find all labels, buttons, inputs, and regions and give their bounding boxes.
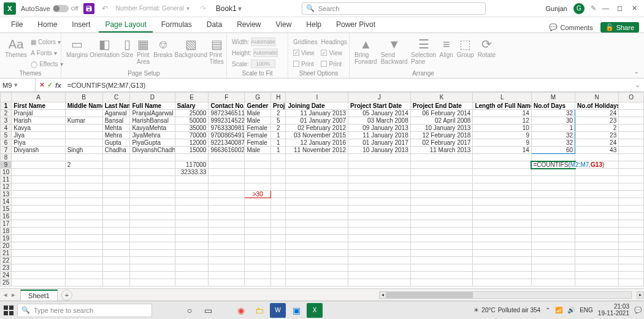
cell[interactable] <box>348 183 411 191</box>
cell[interactable]: PranjalAgarwal <box>130 110 175 117</box>
col-header[interactable]: E <box>175 93 209 102</box>
tab-view[interactable]: View <box>270 18 298 33</box>
cell[interactable] <box>12 257 65 264</box>
cell[interactable] <box>245 279 271 286</box>
cell[interactable]: 9 <box>473 132 532 139</box>
cell[interactable] <box>286 169 348 176</box>
cell[interactable] <box>575 198 619 206</box>
cell[interactable]: Full Name <box>130 102 175 110</box>
cell[interactable]: 23 <box>575 117 619 125</box>
row-header[interactable]: 18 <box>1 228 12 235</box>
cell[interactable] <box>410 176 473 183</box>
col-header[interactable]: I <box>286 93 348 102</box>
cell[interactable]: Chadha <box>102 147 130 154</box>
cell[interactable]: 12000 <box>175 139 209 147</box>
cell[interactable]: Male <box>245 147 271 154</box>
row-header[interactable]: 17 <box>1 220 12 228</box>
cell[interactable] <box>348 257 411 264</box>
cell[interactable] <box>473 154 532 161</box>
cell[interactable] <box>271 206 286 213</box>
print-titles-button[interactable]: ▤Print Titles <box>209 37 224 65</box>
cell[interactable]: Female <box>245 139 271 147</box>
cell[interactable] <box>130 191 175 198</box>
cell[interactable] <box>65 272 102 279</box>
col-header[interactable]: G <box>245 93 271 102</box>
tab-page-layout[interactable]: Page Layout <box>99 18 152 33</box>
cell[interactable] <box>286 176 348 183</box>
cell[interactable]: 02 February 2012 <box>286 125 348 132</box>
cell[interactable] <box>102 183 130 191</box>
cell[interactable] <box>286 183 348 191</box>
workbook-name[interactable]: Book1▾ <box>211 4 247 13</box>
cell[interactable]: 9992314522 <box>209 117 245 125</box>
orientation-button[interactable]: ◧Orientation <box>92 37 118 58</box>
cell[interactable]: 9700865491 <box>209 132 245 139</box>
cell[interactable] <box>286 257 348 264</box>
cancel-formula-button[interactable]: ✕ <box>39 81 45 89</box>
cell[interactable]: Gender <box>245 102 271 110</box>
cell[interactable] <box>130 235 175 242</box>
cell[interactable] <box>245 183 271 191</box>
cell[interactable] <box>531 228 575 235</box>
search-input[interactable]: 🔍 Search <box>302 2 486 15</box>
cell[interactable]: Male <box>245 110 271 117</box>
chevron-down-icon[interactable]: ▾ <box>14 81 18 89</box>
cell[interactable] <box>245 213 271 220</box>
cell[interactable] <box>531 198 575 206</box>
fx-icon[interactable]: fx <box>55 82 61 89</box>
cell[interactable]: >30 <box>245 191 271 198</box>
spreadsheet-grid[interactable]: ABCDEFGHIJKLMNO 1First NameMiddle NameLa… <box>0 92 644 286</box>
cell[interactable] <box>102 235 130 242</box>
autosave-toggle[interactable]: AutoSave Off <box>21 5 79 12</box>
cell[interactable] <box>12 213 65 220</box>
cell[interactable] <box>473 228 532 235</box>
cell[interactable]: 35000 <box>175 125 209 132</box>
enter-formula-button[interactable]: ✓ <box>47 81 53 89</box>
number-format-dropdown[interactable]: Number Format: General▾ <box>113 4 193 13</box>
cell[interactable] <box>175 242 209 250</box>
cell[interactable] <box>102 191 130 198</box>
cell[interactable] <box>12 154 65 161</box>
excel-taskbar-icon[interactable]: X <box>307 303 323 318</box>
scale-width[interactable]: Width:Automatic <box>232 37 275 47</box>
cell[interactable] <box>209 198 245 206</box>
cell[interactable] <box>619 220 644 228</box>
cell[interactable]: 11 November 2012 <box>286 147 348 154</box>
cell[interactable] <box>130 198 175 206</box>
tab-power-pivot[interactable]: Power Pivot <box>330 18 381 33</box>
cell[interactable] <box>575 176 619 183</box>
cell[interactable] <box>12 264 65 272</box>
cell[interactable] <box>271 176 286 183</box>
cell[interactable] <box>348 161 411 169</box>
task-view-icon[interactable]: ▭ <box>200 303 216 318</box>
cell[interactable]: Jiya <box>12 132 65 139</box>
cell[interactable] <box>271 250 286 257</box>
cell[interactable] <box>130 154 175 161</box>
cell[interactable] <box>12 242 65 250</box>
cell[interactable]: Mehra <box>102 132 130 139</box>
cell[interactable] <box>271 191 286 198</box>
cell[interactable] <box>12 220 65 228</box>
cell[interactable] <box>619 272 644 279</box>
cell[interactable] <box>102 257 130 264</box>
cell[interactable] <box>531 206 575 213</box>
word-icon[interactable]: W <box>270 303 286 318</box>
cell[interactable] <box>575 220 619 228</box>
cell[interactable] <box>271 279 286 286</box>
cell[interactable] <box>65 198 102 206</box>
cell[interactable]: 11 January 2013 <box>286 110 348 117</box>
cell[interactable] <box>473 264 532 272</box>
chrome-icon[interactable]: ◉ <box>233 303 249 318</box>
cell[interactable] <box>175 228 209 235</box>
row-header[interactable]: 24 <box>1 272 12 279</box>
cell[interactable] <box>473 235 532 242</box>
cell[interactable] <box>65 176 102 183</box>
cell[interactable] <box>575 272 619 279</box>
cell[interactable] <box>175 206 209 213</box>
cell[interactable]: 03 November 2015 <box>286 132 348 139</box>
cell[interactable] <box>130 169 175 176</box>
cell[interactable] <box>271 264 286 272</box>
cell[interactable] <box>209 228 245 235</box>
cell[interactable] <box>619 228 644 235</box>
row-header[interactable]: 23 <box>1 264 12 272</box>
